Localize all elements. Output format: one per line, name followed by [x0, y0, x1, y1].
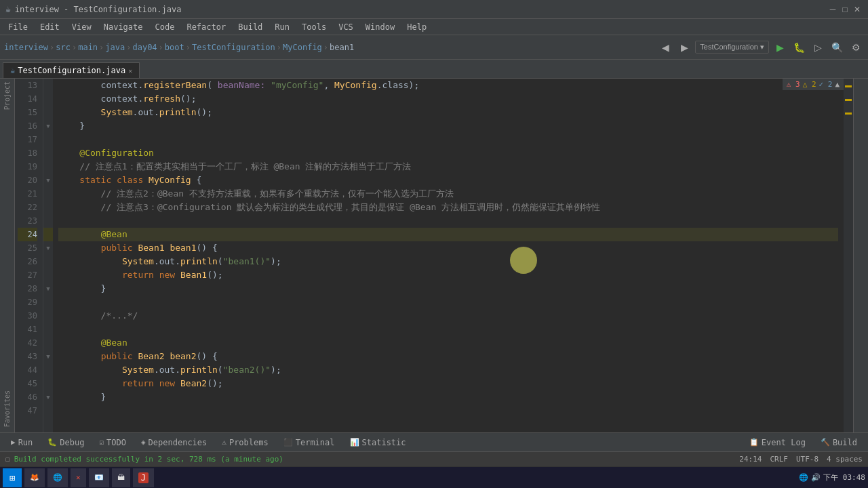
tab-testconfiguration[interactable]: ☕ TestConfiguration.java ✕ [3, 62, 140, 78]
status-crlf[interactable]: CRLF [770, 455, 788, 464]
tab-bar: ☕ TestConfiguration.java ✕ [0, 60, 868, 79]
status-encoding[interactable]: UTF-8 [796, 455, 818, 464]
run-button[interactable]: ▶ [772, 39, 788, 56]
tab-label: TestConfiguration.java [18, 66, 125, 75]
forward-button[interactable]: ▶ [676, 39, 692, 56]
tab-close-button[interactable]: ✕ [128, 67, 132, 75]
j-icon: J [138, 472, 149, 483]
status-indent[interactable]: 4 spaces [827, 455, 863, 464]
breadcrumb-boot[interactable]: boot [165, 43, 184, 52]
bottom-tab-run[interactable]: ▶ Run [5, 436, 38, 449]
bottom-tab-event-log[interactable]: 📋 Event Log [744, 436, 811, 449]
scroll-gutter[interactable] [844, 79, 853, 432]
browser-icon: 🌐 [53, 473, 62, 482]
menu-file[interactable]: File [3, 21, 33, 33]
bottom-tab-build[interactable]: 🔨 Build [815, 436, 863, 449]
code-line-15: System.out.println(); [58, 106, 838, 119]
code-line-18: @Configuration [58, 146, 838, 160]
menu-bar: File Edit View Navigate Code Refactor Bu… [0, 19, 868, 35]
code-line-41 [58, 323, 838, 336]
breadcrumb-interview[interactable]: interview [4, 43, 48, 52]
menu-view[interactable]: View [66, 21, 97, 33]
bottom-tab-dependencies[interactable]: ◈ Dependencies [136, 436, 212, 449]
code-line-29 [58, 296, 838, 309]
menu-tools[interactable]: Tools [296, 21, 332, 33]
fold-20[interactable]: ▼ [43, 174, 53, 187]
breadcrumb: interview › src › main › java › day04 › … [4, 43, 354, 52]
menu-refactor[interactable]: Refactor [181, 21, 231, 33]
problems-tab-icon: ⚠ [222, 438, 226, 447]
breadcrumb-bean1[interactable]: bean1 [330, 43, 354, 52]
breadcrumb-testconfig[interactable]: TestConfiguration [192, 43, 275, 52]
collapse-icon[interactable]: ▲ [835, 80, 840, 89]
run-config-selector[interactable]: TestConfiguration ▾ [695, 41, 769, 54]
back-button[interactable]: ◀ [657, 39, 673, 56]
left-sidebar: Project Favorites [0, 79, 15, 432]
editor-area[interactable]: ⚠ 3 △ 2 ✓ 2 ▲ 13 14 15 16 17 18 19 20 21… [15, 79, 853, 432]
mountain-icon: 🏔 [117, 473, 125, 482]
search-button[interactable]: 🔍 [829, 39, 845, 56]
coverage-button[interactable]: ▷ [810, 39, 826, 56]
favorites-icon[interactable]: Favorites [3, 390, 11, 427]
menu-run[interactable]: Run [269, 21, 295, 33]
x-icon: ✕ [76, 473, 81, 482]
settings-button[interactable]: ⚙ [848, 39, 864, 56]
code-editor[interactable]: context.registerBean( beanName: "myConfi… [53, 79, 844, 432]
taskbar-app-j[interactable]: J [133, 468, 154, 487]
taskbar-app-firefox[interactable]: 🦊 [24, 468, 45, 487]
fold-25[interactable]: ▼ [43, 241, 53, 255]
status-line-col[interactable]: 24:14 [739, 455, 762, 464]
breadcrumb-day04[interactable]: day04 [132, 43, 157, 52]
taskbar-app-browser[interactable]: 🌐 [47, 468, 68, 487]
fold-16[interactable]: ▼ [43, 119, 53, 133]
breadcrumb-java[interactable]: java [105, 43, 125, 52]
code-line-23 [58, 214, 838, 228]
run-tab-label: Run [18, 438, 33, 447]
warning-mark-1 [845, 85, 852, 87]
code-line-16: } [58, 119, 838, 133]
bottom-tab-todo[interactable]: ☑ TODO [94, 436, 132, 449]
code-line-22: // 注意点3：@Configuration 默认会为标注的类生成代理，其目的是… [58, 201, 838, 214]
minimize-button[interactable]: ─ [827, 4, 838, 15]
window-title: interview - TestConfiguration.java [15, 5, 182, 14]
menu-code[interactable]: Code [150, 21, 180, 33]
start-button[interactable]: ⊞ [3, 468, 22, 487]
taskbar-app-x[interactable]: ✕ [71, 468, 86, 487]
code-line-17 [58, 133, 838, 146]
debug-button[interactable]: 🐛 [791, 39, 807, 56]
menu-build[interactable]: Build [233, 21, 268, 33]
maximize-button[interactable]: □ [840, 4, 850, 15]
project-icon[interactable]: Project [3, 81, 11, 110]
code-line-43: public Bean2 bean2() { [58, 350, 838, 363]
statistic-tab-label: Statistic [362, 438, 406, 447]
taskbar-app-mountain[interactable]: 🏔 [112, 468, 130, 487]
code-line-46: } [58, 390, 838, 404]
code-line-27: return new Bean1(); [58, 268, 838, 282]
close-button[interactable]: ✕ [852, 4, 863, 15]
menu-vcs[interactable]: VCS [333, 21, 359, 33]
breadcrumb-myconfig[interactable]: MyConfig [283, 43, 322, 52]
app-icon: ☕ [5, 4, 11, 14]
breadcrumb-main[interactable]: main [78, 43, 98, 52]
menu-window[interactable]: Window [360, 21, 400, 33]
breadcrumb-src[interactable]: src [56, 43, 71, 52]
taskbar-app-mail[interactable]: 📧 [89, 468, 109, 487]
firefox-icon: 🦊 [30, 473, 39, 482]
warning-count: △ 2 [803, 80, 816, 89]
bottom-tab-statistic[interactable]: 📊 Statistic [344, 436, 412, 449]
debug-tab-label: Debug [60, 438, 84, 447]
fold-28[interactable]: ▼ [43, 282, 53, 296]
fold-43[interactable]: ▼ [43, 350, 53, 363]
todo-tab-icon: ☑ [99, 438, 104, 447]
menu-edit[interactable]: Edit [35, 21, 65, 33]
menu-navigate[interactable]: Navigate [98, 21, 149, 33]
fold-46[interactable]: ▼ [43, 390, 53, 404]
bottom-tab-problems[interactable]: ⚠ Problems [216, 436, 273, 449]
title-bar: ☕ interview - TestConfiguration.java ─ □… [0, 0, 868, 19]
bottom-tab-debug[interactable]: 🐛 Debug [42, 436, 90, 449]
menu-help[interactable]: Help [401, 21, 432, 33]
event-log-tab-icon: 📋 [749, 438, 759, 447]
warning-mark-3 [845, 113, 852, 115]
bottom-tab-terminal[interactable]: ⬛ Terminal [278, 436, 340, 449]
build-tab-icon: 🔨 [821, 438, 830, 447]
